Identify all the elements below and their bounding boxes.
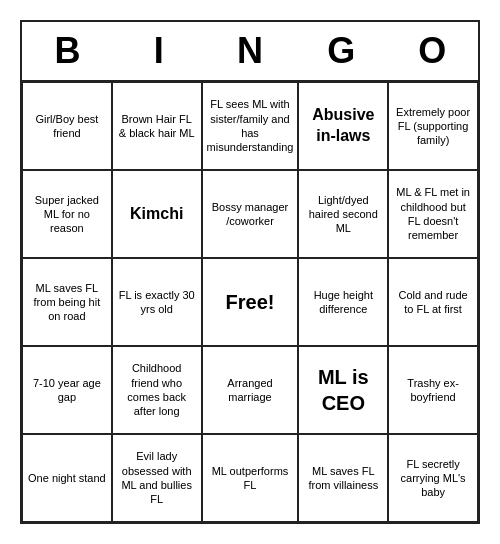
bingo-cell-1: Brown Hair FL & black hair ML (112, 82, 202, 170)
bingo-cell-21: Evil lady obsessed with ML and bullies F… (112, 434, 202, 522)
bingo-cell-8: Light/dyed haired second ML (298, 170, 388, 258)
bingo-cell-0: Girl/Boy best friend (22, 82, 112, 170)
header-letter-n: N (206, 30, 294, 72)
bingo-cell-24: FL secretly carrying ML's baby (388, 434, 478, 522)
bingo-cell-19: Trashy ex-boyfriend (388, 346, 478, 434)
bingo-cell-3: Abusive in-laws (298, 82, 388, 170)
bingo-cell-14: Cold and rude to FL at first (388, 258, 478, 346)
bingo-grid: Girl/Boy best friendBrown Hair FL & blac… (22, 82, 478, 522)
bingo-cell-17: Arranged marriage (202, 346, 299, 434)
bingo-cell-23: ML saves FL from villainess (298, 434, 388, 522)
bingo-cell-20: One night stand (22, 434, 112, 522)
bingo-cell-2: FL sees ML with sister/family and has mi… (202, 82, 299, 170)
bingo-cell-4: Extremely poor FL (supporting family) (388, 82, 478, 170)
bingo-cell-9: ML & FL met in childhood but FL doesn't … (388, 170, 478, 258)
bingo-cell-7: Bossy manager /coworker (202, 170, 299, 258)
bingo-cell-12: Free! (202, 258, 299, 346)
bingo-cell-16: Childhood friend who comes back after lo… (112, 346, 202, 434)
bingo-cell-11: FL is exactly 30 yrs old (112, 258, 202, 346)
bingo-cell-13: Huge height difference (298, 258, 388, 346)
bingo-cell-6: Kimchi (112, 170, 202, 258)
bingo-cell-22: ML outperforms FL (202, 434, 299, 522)
bingo-header: BINGO (22, 22, 478, 82)
bingo-card: BINGO Girl/Boy best friendBrown Hair FL … (20, 20, 480, 524)
bingo-cell-15: 7-10 year age gap (22, 346, 112, 434)
bingo-cell-5: Super jacked ML for no reason (22, 170, 112, 258)
header-letter-i: I (115, 30, 203, 72)
header-letter-g: G (297, 30, 385, 72)
bingo-cell-10: ML saves FL from being hit on road (22, 258, 112, 346)
bingo-cell-18: ML is CEO (298, 346, 388, 434)
header-letter-b: B (24, 30, 112, 72)
header-letter-o: O (388, 30, 476, 72)
